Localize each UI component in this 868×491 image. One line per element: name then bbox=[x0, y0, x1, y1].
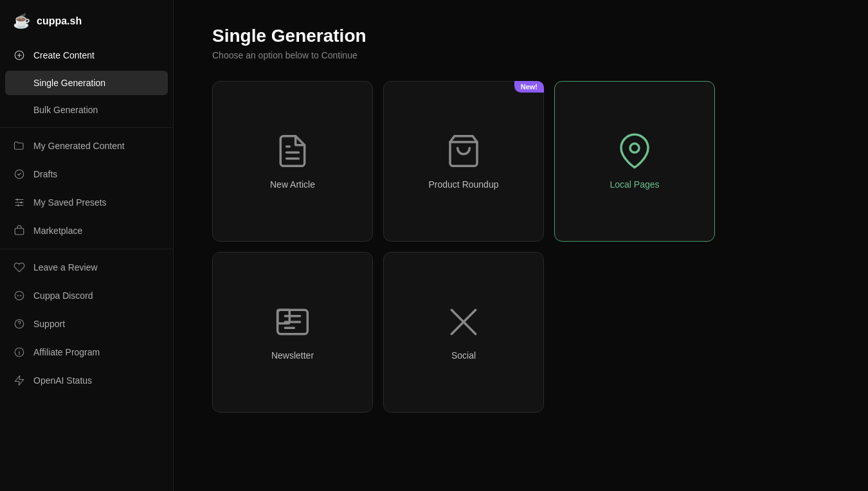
heart-icon bbox=[13, 261, 26, 274]
svg-point-9 bbox=[17, 204, 19, 206]
sidebar-item-my-generated-content[interactable]: My Generated Content bbox=[0, 132, 173, 160]
svg-rect-10 bbox=[15, 228, 24, 235]
leave-review-label: Leave a Review bbox=[33, 262, 98, 272]
bulk-generation-label: Bulk Generation bbox=[33, 105, 98, 115]
affiliate-program-label: Affiliate Program bbox=[33, 347, 100, 357]
page-subtitle: Choose an option below to Continue bbox=[212, 50, 829, 60]
edit-icon bbox=[13, 168, 26, 181]
card-newsletter[interactable]: Newsletter bbox=[212, 252, 373, 413]
card-local-pages-label: Local Pages bbox=[610, 179, 659, 190]
sidebar-item-leave-review[interactable]: Leave a Review bbox=[0, 253, 173, 281]
divider-1 bbox=[0, 127, 173, 128]
sliders-icon bbox=[13, 196, 26, 209]
sidebar-item-cuppa-discord[interactable]: Cuppa Discord bbox=[0, 281, 173, 310]
card-new-article-label: New Article bbox=[270, 179, 315, 190]
help-icon bbox=[13, 317, 26, 330]
card-social[interactable]: Social bbox=[383, 252, 544, 413]
sidebar-item-drafts[interactable]: Drafts bbox=[0, 160, 173, 188]
folder-icon bbox=[13, 139, 26, 152]
card-new-article[interactable]: New Article bbox=[212, 81, 373, 242]
card-newsletter-label: Newsletter bbox=[271, 350, 314, 361]
card-local-pages[interactable]: Local Pages bbox=[554, 81, 715, 242]
svg-point-7 bbox=[17, 199, 19, 201]
divider-2 bbox=[0, 249, 173, 249]
main-content: Single Generation Choose an option below… bbox=[174, 0, 868, 491]
drafts-label: Drafts bbox=[33, 169, 57, 179]
svg-point-15 bbox=[19, 326, 20, 326]
sidebar-item-affiliate-program[interactable]: Affiliate Program bbox=[0, 338, 173, 366]
info-icon bbox=[13, 346, 26, 359]
map-pin-icon bbox=[617, 133, 653, 169]
basket-icon bbox=[446, 133, 482, 169]
logo[interactable]: ☕ cuppa.sh bbox=[0, 0, 173, 41]
sidebar-item-marketplace[interactable]: Marketplace bbox=[0, 217, 173, 245]
marketplace-label: Marketplace bbox=[33, 226, 82, 236]
my-generated-content-label: My Generated Content bbox=[33, 141, 125, 151]
newsletter-icon bbox=[275, 304, 311, 340]
sidebar-item-bulk-generation[interactable]: Bulk Generation bbox=[5, 98, 168, 122]
sidebar-item-openai-status[interactable]: OpenAI Status bbox=[0, 366, 173, 395]
svg-point-12 bbox=[17, 295, 19, 296]
create-content-label: Create Content bbox=[33, 50, 95, 60]
svg-point-13 bbox=[20, 295, 21, 296]
svg-point-18 bbox=[19, 350, 20, 351]
sidebar-item-my-saved-presets[interactable]: My Saved Presets bbox=[0, 188, 173, 217]
card-social-label: Social bbox=[451, 350, 476, 361]
logo-text: cuppa.sh bbox=[37, 15, 82, 27]
new-badge: New! bbox=[514, 81, 544, 93]
card-product-roundup[interactable]: New! Product Roundup bbox=[383, 81, 544, 242]
sidebar-item-single-generation[interactable]: Single Generation bbox=[5, 71, 168, 95]
svg-marker-19 bbox=[15, 376, 24, 386]
sidebar-item-create-content[interactable]: Create Content bbox=[0, 41, 173, 69]
my-saved-presets-label: My Saved Presets bbox=[33, 197, 107, 208]
card-product-roundup-label: Product Roundup bbox=[429, 179, 499, 190]
single-generation-label: Single Generation bbox=[33, 78, 105, 88]
cuppa-discord-label: Cuppa Discord bbox=[33, 290, 93, 301]
bolt-icon bbox=[13, 374, 26, 387]
x-twitter-icon bbox=[446, 304, 482, 340]
logo-icon: ☕ bbox=[13, 13, 30, 30]
openai-status-label: OpenAI Status bbox=[33, 375, 92, 386]
svg-point-11 bbox=[15, 291, 24, 300]
page-title: Single Generation bbox=[212, 26, 829, 46]
sidebar-item-support[interactable]: Support bbox=[0, 310, 173, 338]
marketplace-icon bbox=[13, 224, 26, 237]
svg-point-8 bbox=[21, 202, 23, 204]
svg-point-24 bbox=[630, 143, 639, 152]
article-icon bbox=[275, 133, 311, 169]
content-grid: New Article New! Product Roundup bbox=[212, 81, 829, 413]
plus-circle-icon bbox=[13, 49, 26, 62]
sidebar: ☕ cuppa.sh Create Content Single Generat… bbox=[0, 0, 174, 491]
discord-icon bbox=[13, 289, 26, 302]
support-label: Support bbox=[33, 319, 65, 329]
